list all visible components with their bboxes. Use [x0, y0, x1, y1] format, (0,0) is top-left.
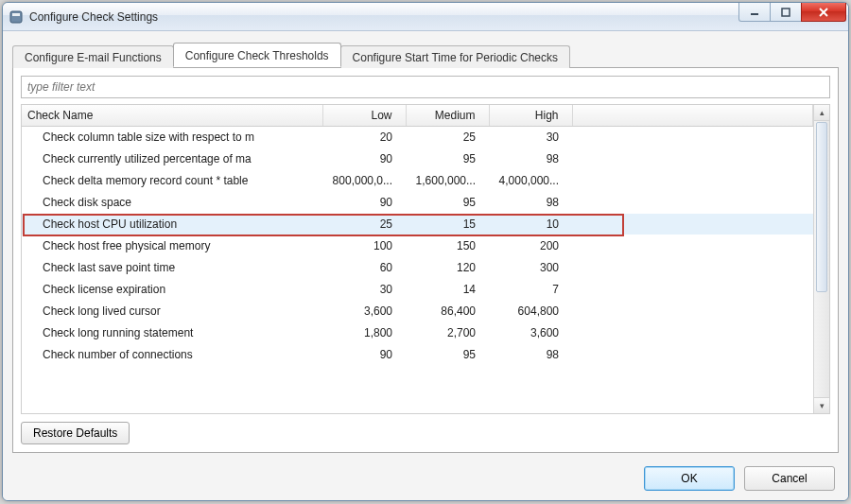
table-row[interactable]: Check column table size with respect to … — [22, 127, 813, 148]
cell-high: 200 — [489, 235, 572, 257]
cell-low: 60 — [322, 257, 406, 279]
svg-rect-2 — [751, 13, 758, 15]
table-row[interactable]: Check long running statement1,8002,7003,… — [22, 322, 813, 344]
tab-check-thresholds[interactable]: Configure Check Thresholds — [173, 43, 341, 67]
titlebar[interactable]: Configure Check Settings — [3, 3, 848, 31]
cell-medium: 2,700 — [406, 322, 489, 344]
table-row[interactable]: Check last save point time60120300 — [22, 257, 813, 279]
filter-input[interactable] — [21, 76, 830, 98]
scroll-down-arrow-icon[interactable]: ▾ — [814, 397, 829, 413]
cell-high: 604,800 — [489, 301, 572, 322]
cell-medium: 95 — [406, 148, 489, 170]
col-header-high[interactable]: High — [489, 105, 572, 127]
tab-label: Configure Start Time for Periodic Checks — [353, 51, 558, 64]
cell-high: 300 — [489, 257, 572, 279]
cell-low: 90 — [322, 344, 406, 366]
cell-check-name: Check host CPU utilization — [22, 214, 322, 235]
table-row[interactable]: Check long lived cursor3,60086,400604,80… — [22, 301, 813, 322]
minimize-icon — [750, 8, 759, 17]
window-title: Configure Check Settings — [29, 10, 158, 24]
cell-pad — [572, 170, 813, 192]
app-icon — [9, 9, 24, 25]
maximize-button[interactable] — [770, 3, 802, 22]
col-header-name[interactable]: Check Name — [22, 105, 322, 127]
cancel-button[interactable]: Cancel — [744, 466, 835, 491]
cell-pad — [572, 257, 813, 279]
table-row[interactable]: Check delta memory record count * table8… — [22, 170, 813, 192]
cell-low: 20 — [322, 127, 406, 148]
cell-medium: 120 — [406, 257, 489, 279]
cell-pad — [572, 127, 813, 148]
cell-pad — [572, 148, 813, 170]
minimize-button[interactable] — [738, 3, 771, 22]
tab-start-time[interactable]: Configure Start Time for Periodic Checks — [340, 45, 570, 68]
thresholds-table: Check Name Low Medium High Check column … — [21, 104, 830, 414]
table-row[interactable]: Check currently utilized percentage of m… — [22, 148, 813, 170]
cell-check-name: Check long running statement — [22, 322, 322, 344]
cell-check-name: Check host free physical memory — [22, 235, 322, 257]
tab-panel: Check Name Low Medium High Check column … — [12, 67, 839, 453]
cell-low: 3,600 — [322, 301, 406, 322]
cell-high: 30 — [489, 127, 572, 148]
ok-button[interactable]: OK — [644, 466, 735, 491]
cell-check-name: Check delta memory record count * table — [22, 170, 322, 192]
cell-high: 3,600 — [489, 322, 572, 344]
cell-medium: 1,600,000... — [406, 170, 489, 192]
cell-medium: 95 — [406, 344, 489, 366]
cell-high: 4,000,000... — [489, 170, 572, 192]
window-controls — [739, 3, 846, 30]
cell-pad — [572, 301, 813, 322]
cell-low: 30 — [322, 279, 406, 301]
vertical-scrollbar[interactable]: ▴ ▾ — [813, 105, 829, 413]
scroll-up-arrow-icon[interactable]: ▴ — [814, 105, 829, 121]
col-header-medium[interactable]: Medium — [406, 105, 489, 127]
table-row[interactable]: Check host free physical memory100150200 — [22, 235, 813, 257]
cell-medium: 25 — [406, 127, 489, 148]
cell-check-name: Check long lived cursor — [22, 301, 322, 322]
tab-label: Configure Check Thresholds — [185, 49, 329, 62]
cell-low: 100 — [322, 235, 406, 257]
cell-high: 98 — [489, 344, 572, 366]
tab-label: Configure E-mail Functions — [25, 51, 162, 64]
cell-low: 800,000,0... — [322, 170, 406, 192]
cell-high: 98 — [489, 192, 572, 214]
table-row[interactable]: Check disk space909598 — [22, 192, 813, 214]
cell-check-name: Check column table size with respect to … — [22, 127, 322, 148]
maximize-icon — [781, 8, 790, 17]
dialog-window: Configure Check Settings Configure E-mai… — [2, 2, 849, 501]
cell-medium: 95 — [406, 192, 489, 214]
restore-defaults-button[interactable]: Restore Defaults — [21, 422, 130, 444]
cell-pad — [572, 192, 813, 214]
cell-check-name: Check license expiration — [22, 279, 322, 301]
col-header-pad — [572, 105, 813, 127]
table-header-row: Check Name Low Medium High — [22, 105, 813, 127]
scroll-thumb[interactable] — [816, 122, 827, 292]
cell-check-name: Check number of connections — [22, 344, 322, 366]
client-area: Configure E-mail Functions Configure Che… — [3, 31, 848, 500]
cell-check-name: Check disk space — [22, 192, 322, 214]
col-header-low[interactable]: Low — [322, 105, 406, 127]
cell-low: 90 — [322, 192, 406, 214]
svg-rect-0 — [10, 11, 22, 23]
cell-high: 98 — [489, 148, 572, 170]
cell-pad — [572, 322, 813, 344]
table-row[interactable]: Check license expiration30147 — [22, 279, 813, 301]
close-button[interactable] — [801, 3, 846, 22]
table-row[interactable]: Check host CPU utilization251510 — [22, 214, 813, 235]
cell-low: 90 — [322, 148, 406, 170]
cell-check-name: Check last save point time — [22, 257, 322, 279]
cell-low: 1,800 — [322, 322, 406, 344]
svg-rect-1 — [12, 13, 20, 16]
svg-rect-3 — [782, 9, 790, 16]
cell-medium: 14 — [406, 279, 489, 301]
cell-pad — [572, 235, 813, 257]
cell-medium: 15 — [406, 214, 489, 235]
cell-pad — [572, 214, 813, 235]
cell-low: 25 — [322, 214, 406, 235]
cell-pad — [572, 344, 813, 366]
cell-high: 7 — [489, 279, 572, 301]
cell-pad — [572, 279, 813, 301]
table-row[interactable]: Check number of connections909598 — [22, 344, 813, 366]
tab-email-functions[interactable]: Configure E-mail Functions — [12, 45, 174, 68]
cell-check-name: Check currently utilized percentage of m… — [22, 148, 322, 170]
